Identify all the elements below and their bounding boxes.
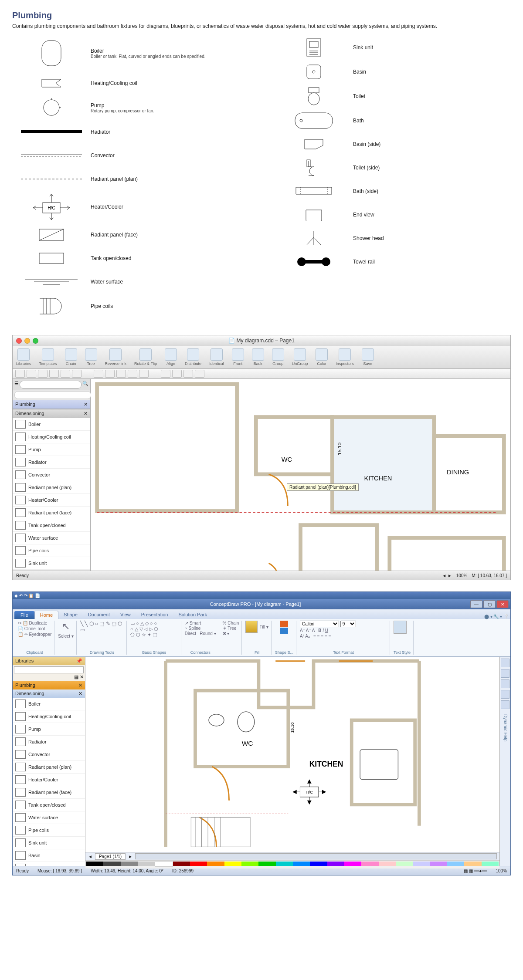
toolbar-save[interactable]: Save [362,348,374,366]
toolbar-button[interactable] [15,370,25,378]
tab-document[interactable]: Document [83,611,115,619]
direct-connector[interactable]: Direct [185,631,196,636]
search-icon[interactable]: 🔍 [82,381,88,389]
library-item[interactable]: Radiant panel (face) [13,507,90,519]
page-tab[interactable]: Page1 (1/1) [95,853,126,860]
library-item[interactable]: Toilet [13,862,85,866]
win-canvas[interactable]: WC KITCHEN 15.10 H/C [85,657,499,866]
minimize-button[interactable]: — [470,600,482,608]
toolbar-front[interactable]: Front [232,348,244,366]
library-item[interactable]: Radiator [13,736,85,748]
close-icon[interactable]: ✕ [84,402,88,407]
toolbar-button[interactable] [94,370,103,378]
toolbar-color[interactable]: Color [316,348,328,366]
toolbar-distribute[interactable]: Distribute [185,348,201,366]
tab-presentation[interactable]: Presentation [136,611,173,619]
toolbar-ungroup[interactable]: UnGroup [292,348,308,366]
toolbar-button[interactable] [49,370,59,378]
library-item[interactable]: Water surface [13,532,90,544]
horizontal-scrollbar[interactable] [135,853,497,859]
dynamic-help-tab[interactable]: Dynamic Help [503,714,508,741]
toolbar-tree[interactable]: Tree [85,348,97,366]
toolbar-templates[interactable]: Templates [39,348,57,366]
library-item[interactable]: Heating/Cooling coil [13,710,85,723]
round-connector[interactable]: Round [200,631,212,636]
tree-button[interactable]: ⚘ Tree [223,626,237,631]
tab-home[interactable]: Home [34,611,58,619]
fill-button[interactable] [245,621,258,633]
library-item[interactable]: Heating/Cooling coil [13,431,90,443]
library-item[interactable]: Sink unit [13,837,85,849]
shape-style-2[interactable] [280,628,288,634]
toolbar-button[interactable] [105,370,115,378]
toolbar-button[interactable] [38,370,48,378]
library-item[interactable]: Sink unit [13,557,90,570]
sidebar-header-plumbing[interactable]: Plumbing✕ [13,681,85,689]
library-item[interactable]: Basin [13,849,85,862]
connector-more[interactable]: ✖ ▾ [223,631,230,636]
library-item[interactable]: Convector [13,748,85,761]
library-item[interactable]: Boiler [13,698,85,710]
tab-solution-park[interactable]: Solution Park [173,611,212,619]
library-item[interactable]: Heater/Cooler [13,494,90,507]
clone-tool-button[interactable]: 📄 Clone Tool [18,626,45,631]
toolbar-group[interactable]: Group [272,348,284,366]
sidebar-header-dimensioning[interactable]: Dimensioning✕ [13,409,90,418]
panel-icon[interactable] [501,679,509,688]
color-palette[interactable] [85,860,499,868]
text-style-button[interactable] [394,621,407,634]
tab-shape[interactable]: Shape [58,611,83,619]
chain-button[interactable]: % Chain [223,621,239,625]
library-item[interactable]: Pump [13,723,85,736]
toolbar-reverse-link[interactable]: Reverse link [105,348,127,366]
toolbar-button[interactable] [172,370,182,378]
file-menu[interactable]: File [14,611,34,619]
eyedropper-button[interactable]: 📋 ✏ Eyedropper [18,632,51,637]
library-item[interactable]: Convector [13,469,90,481]
library-item[interactable]: Radiant panel (face) [13,786,85,799]
toolbar-button[interactable] [139,370,149,378]
toolbar-align[interactable]: Align [165,348,177,366]
sidebar-header-dimensioning[interactable]: Dimensioning✕ [13,689,85,698]
scroll-right[interactable]: ► [128,854,132,859]
toolbar-inspectors[interactable]: Inspectors [336,348,354,366]
fontsize-select[interactable]: 9 [340,621,356,627]
library-item[interactable]: Radiant panel (plan) [13,761,85,774]
toolbar-button[interactable] [128,370,137,378]
close-icon[interactable]: ✕ [80,674,84,679]
library-item[interactable]: Tank open/closed [13,799,85,811]
toolbar-button[interactable] [195,370,204,378]
library-item[interactable]: Heater/Cooler [13,774,85,786]
tab-view[interactable]: View [115,611,136,619]
toolbar-chain[interactable]: Chain [65,348,77,366]
toolbar-back[interactable]: Back [252,348,264,366]
font-select[interactable]: Calibri [300,621,339,627]
maximize-button[interactable]: ▢ [483,600,496,608]
library-item[interactable]: Pump [13,443,90,456]
toolbar-rotate-flip[interactable]: Rotate & Flip [134,348,157,366]
grid-icon[interactable]: ▦ [74,674,78,679]
font-buttons[interactable]: A⁺ A⁻ A B I U [300,628,328,633]
toolbar-button[interactable] [161,370,170,378]
panel-icon[interactable] [501,669,509,678]
library-item[interactable]: Boiler [13,418,90,431]
spline-connector[interactable]: ~ Spline [185,626,200,631]
sidebar-header-plumbing[interactable]: Plumbing✕ [13,400,90,409]
list-icon[interactable]: ☰ [14,381,19,389]
align-buttons[interactable]: A² A₂ ≡ ≡ ≡ ≡ ≡ [300,634,331,639]
toolbar-button[interactable] [61,370,70,378]
toolbar-button[interactable] [116,370,126,378]
toolbar-button[interactable] [183,370,193,378]
close-button[interactable]: ✕ [496,600,509,608]
scroll-left[interactable]: ◄ [88,854,92,859]
panel-icon[interactable] [501,659,509,667]
toolbar-libraries[interactable]: Libraries [16,348,31,366]
library-item[interactable]: Water surface [13,811,85,824]
library-item[interactable]: Radiator [13,456,90,469]
panel-icon[interactable] [501,700,509,709]
panel-icon[interactable] [501,690,509,699]
library-search-input[interactable] [14,666,84,673]
toolbar-button[interactable] [27,370,36,378]
toolbar-identical[interactable]: Identical [209,348,224,366]
duplicate-button[interactable]: ✂ 📋 Duplicate [18,621,47,625]
